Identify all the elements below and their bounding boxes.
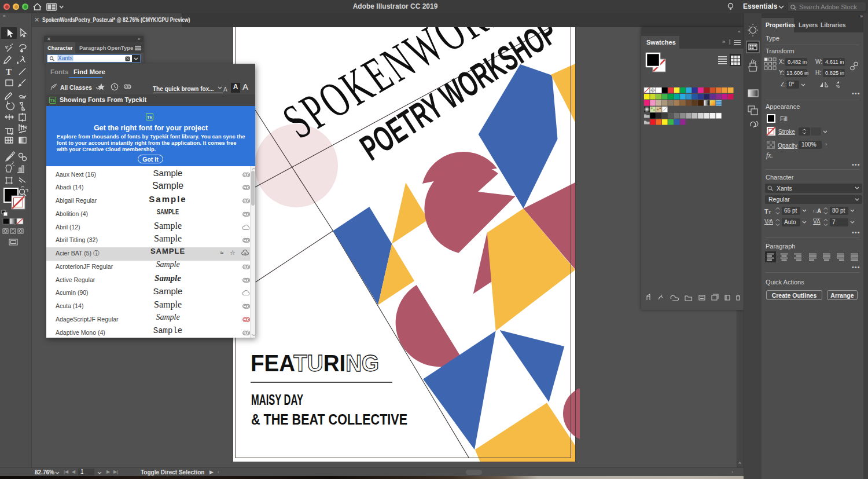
svg-text:T: T: [6, 67, 12, 76]
svg-text:FEATURING: FEATURING: [251, 350, 379, 376]
svg-text:MAISY DAY: MAISY DAY: [251, 391, 303, 408]
svg-text:& THE BEAT COLLECTIVE: & THE BEAT COLLECTIVE: [251, 411, 407, 428]
